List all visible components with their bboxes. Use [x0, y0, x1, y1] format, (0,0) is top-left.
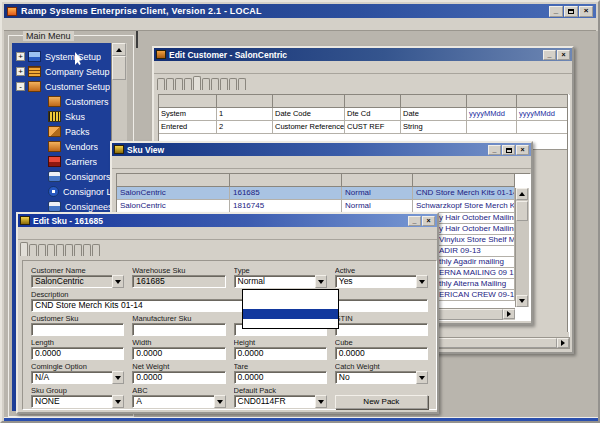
column-header[interactable] [467, 95, 517, 108]
column-header[interactable] [342, 174, 413, 187]
close-icon[interactable]: × [557, 50, 570, 60]
tare-field[interactable]: 0.0000 [234, 371, 327, 384]
tree-item[interactable]: - Customer Setup [12, 79, 111, 94]
tree-scroll-thumb[interactable] [112, 56, 126, 80]
tab[interactable] [74, 244, 82, 256]
tree-item[interactable]: + Company Setup [12, 64, 111, 79]
dropdown-option[interactable] [243, 290, 338, 300]
consignors-icon [48, 171, 61, 182]
panel-groove [567, 94, 569, 332]
chevron-down-icon[interactable] [315, 275, 327, 288]
column-header[interactable] [117, 174, 230, 187]
column-header[interactable] [413, 174, 515, 187]
table-row[interactable]: Entered 2 Customer Reference CUST REF St… [159, 121, 569, 134]
tree-expand-box[interactable]: + [16, 67, 25, 76]
tab[interactable] [220, 78, 228, 90]
chevron-down-icon[interactable] [315, 395, 327, 408]
gtin-field[interactable] [335, 323, 428, 336]
width-field[interactable]: 0.0000 [132, 347, 225, 360]
close-icon[interactable]: × [579, 6, 593, 17]
panel-splitter[interactable] [136, 31, 138, 48]
chevron-down-icon[interactable] [112, 371, 124, 384]
vscroll-thumb[interactable] [516, 201, 528, 221]
tab[interactable] [175, 78, 183, 90]
height-field[interactable]: 0.0000 [234, 347, 327, 360]
close-icon[interactable]: × [516, 145, 529, 155]
dropdown-option[interactable] [243, 309, 338, 319]
sku-row[interactable]: SalonCentric 161685 Normal CND Store Mer… [117, 187, 515, 200]
column-header[interactable] [345, 95, 401, 108]
manufacturer-sku-field[interactable] [132, 323, 225, 336]
chevron-down-icon[interactable] [214, 395, 226, 408]
minimize-icon[interactable]: _ [408, 216, 421, 226]
dropdown-option[interactable] [243, 319, 338, 329]
column-header[interactable] [230, 174, 342, 187]
tree-expand-box[interactable]: - [16, 82, 25, 91]
tab[interactable] [65, 244, 73, 256]
net-weight-field[interactable]: 0.0000 [132, 371, 225, 384]
type-dropdown[interactable]: Normal [234, 275, 327, 288]
tree-item[interactable]: Consignor Locations [12, 184, 111, 199]
close-icon[interactable]: × [422, 216, 435, 226]
chevron-down-icon[interactable] [416, 371, 428, 384]
customer-name-dropdown[interactable]: SalonCentric [31, 275, 124, 288]
tab[interactable] [229, 78, 237, 90]
comingle-option-dropdown[interactable]: N/A [31, 371, 124, 384]
minimize-icon[interactable]: _ [543, 50, 556, 60]
default-pack-dropdown[interactable]: CND0114FR [234, 395, 327, 408]
description-field[interactable]: CND Store Merch Kits 01-14 [31, 299, 428, 312]
minimize-icon[interactable]: _ [488, 145, 501, 155]
scroll-down-icon[interactable] [516, 295, 528, 307]
tab[interactable] [56, 244, 64, 256]
tab[interactable] [92, 244, 100, 256]
warehouse-sku-field[interactable]: 161685 [132, 275, 225, 288]
tab[interactable] [47, 244, 55, 256]
length-field[interactable]: 0.0000 [31, 347, 124, 360]
maximize-icon[interactable] [502, 145, 515, 155]
abc-dropdown[interactable]: A [132, 395, 225, 408]
tab[interactable] [83, 244, 91, 256]
minimize-icon[interactable]: _ [549, 6, 563, 17]
customer-sku-field[interactable] [31, 323, 124, 336]
column-header[interactable] [273, 95, 345, 108]
column-header[interactable] [517, 95, 569, 108]
tree-item[interactable]: Skus [12, 109, 111, 124]
catch-weight-dropdown[interactable]: No [335, 371, 428, 384]
tab[interactable] [211, 78, 219, 90]
chevron-down-icon[interactable] [112, 395, 124, 408]
tree-item[interactable]: Consignors [12, 169, 111, 184]
active-dropdown[interactable]: Yes [335, 275, 428, 288]
tree-item[interactable]: Carriers [12, 154, 111, 169]
sku-group-dropdown[interactable]: NONE [31, 395, 124, 408]
tab[interactable] [202, 78, 210, 90]
column-header[interactable] [159, 95, 217, 108]
scroll-up-icon[interactable] [112, 43, 126, 56]
tab[interactable] [38, 244, 46, 256]
sku-view-vscrollbar[interactable] [515, 188, 529, 307]
tab[interactable] [29, 244, 37, 256]
tab[interactable] [184, 78, 192, 90]
tab[interactable] [157, 78, 165, 90]
tab[interactable] [193, 76, 201, 90]
scroll-up-icon[interactable] [516, 188, 528, 200]
tree-item[interactable]: Vendors [12, 139, 111, 154]
new-pack-button[interactable]: New Pack [335, 395, 428, 409]
tab[interactable] [20, 242, 28, 256]
tab[interactable] [238, 78, 246, 90]
maximize-icon[interactable] [564, 6, 578, 17]
column-header[interactable] [217, 95, 273, 108]
column-header[interactable] [401, 95, 467, 108]
scroll-right-icon[interactable] [557, 338, 569, 348]
table-row[interactable]: System 1 Date Code Dte Cd Date yyyyMMdd … [159, 108, 569, 121]
tree-item[interactable]: + System Setup [12, 49, 111, 64]
cube-field[interactable]: 0.0000 [335, 347, 428, 360]
tree-item[interactable]: Customers [12, 94, 111, 109]
skus-icon [48, 111, 61, 122]
dropdown-option[interactable] [243, 300, 338, 310]
tree-expand-box[interactable]: + [16, 52, 25, 61]
tab[interactable] [166, 78, 174, 90]
scroll-right-icon[interactable] [503, 309, 515, 319]
tree-item[interactable]: Packs [12, 124, 111, 139]
chevron-down-icon[interactable] [416, 275, 428, 288]
chevron-down-icon[interactable] [112, 275, 124, 288]
